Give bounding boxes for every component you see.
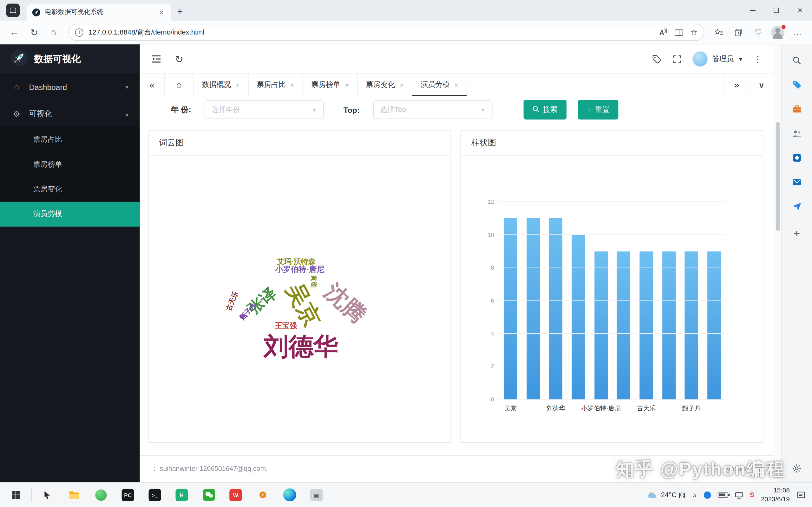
search-button[interactable]: 搜索: [523, 100, 566, 119]
plus-icon[interactable]: +: [789, 226, 804, 241]
wechat-taskbar-icon[interactable]: [195, 482, 222, 507]
tabs-scroll-left-icon[interactable]: «: [140, 74, 165, 96]
browser-tab[interactable]: 电影数据可视化系统 ×: [27, 3, 171, 20]
sidebar-subitem[interactable]: 票房榜单: [0, 152, 140, 177]
m365-icon[interactable]: [789, 150, 804, 165]
tabs-scroll-right-icon[interactable]: »: [724, 74, 749, 96]
pointer-taskbar-icon[interactable]: [34, 482, 61, 507]
page-scrollbar[interactable]: [774, 44, 781, 482]
browser-essentials-icon[interactable]: ♡: [749, 23, 768, 41]
favorites-icon[interactable]: [710, 23, 728, 41]
reset-button[interactable]: + 重置: [577, 100, 618, 119]
new-tab-button[interactable]: +: [171, 6, 190, 21]
edge-taskbar-icon[interactable]: [276, 482, 303, 507]
maximize-button[interactable]: [764, 0, 788, 20]
collections-icon[interactable]: [729, 23, 748, 41]
browser-tab-close-icon[interactable]: ×: [157, 8, 165, 16]
sidebar-item-label: 可视化: [29, 109, 52, 119]
back-button[interactable]: ←: [5, 23, 24, 41]
sidebar-settings-gear-icon[interactable]: [789, 460, 804, 476]
window-close-button[interactable]: ×: [788, 0, 812, 20]
admin-label: 管理员: [712, 54, 734, 63]
shopping-icon[interactable]: [789, 77, 804, 93]
content-tab[interactable]: 票房变化×: [358, 74, 412, 96]
rings-taskbar-icon[interactable]: [249, 482, 276, 507]
sidebar-item-dashboard[interactable]: ⌂ Dashboard ▾: [0, 73, 140, 101]
content-tab-strip: « ⌂ 数据概况×票房占比×票房榜单×票房变化×演员劳模× » ∨: [140, 73, 774, 96]
url-text[interactable]: 127.0.0.1:8848/前台/demo/index.html: [89, 27, 659, 37]
address-bar[interactable]: i 127.0.0.1:8848/前台/demo/index.html A)) …: [68, 24, 705, 41]
tab-close-icon[interactable]: ×: [454, 81, 458, 89]
content-tab[interactable]: 票房榜单×: [303, 74, 357, 96]
wps-taskbar-icon[interactable]: W: [222, 482, 249, 507]
home-tab[interactable]: ⌂: [165, 74, 194, 96]
tab-workspaces-icon[interactable]: [6, 3, 20, 17]
wordcloud-canvas[interactable]: 刘德华吴京沈腾张译小罗伯特·唐尼艾玛·沃特森王宝强古天乐甄子丹黄渤: [149, 131, 451, 442]
tag-icon[interactable]: [652, 54, 662, 64]
explorer-taskbar-icon[interactable]: [61, 482, 88, 507]
read-aloud-icon[interactable]: A)): [659, 28, 667, 37]
content-tab-label: 数据概况: [202, 80, 231, 89]
main-content: ↻ 管理员 ▼ ⋮ «: [140, 44, 774, 482]
weather-widget[interactable]: 24°C 雨: [647, 490, 686, 499]
tools-icon[interactable]: [789, 101, 804, 117]
sidebar-subitem[interactable]: 票房变化: [0, 177, 140, 202]
search-icon[interactable]: [789, 53, 804, 68]
tabs-dropdown-icon[interactable]: ∨: [749, 74, 774, 96]
footer-contact-text: ： suihanwinter 1206501647@qq.com.: [151, 464, 268, 473]
outlook-icon[interactable]: [789, 174, 804, 190]
pycharm-taskbar-icon[interactable]: PC: [114, 482, 142, 507]
admin-menu[interactable]: 管理员 ▼: [693, 51, 743, 67]
terminal-taskbar-icon[interactable]: >_: [142, 482, 168, 507]
browser-home-button[interactable]: ⌂: [44, 23, 63, 41]
sidebar-subitem[interactable]: 演员劳模: [0, 202, 140, 227]
content-tab[interactable]: 演员劳模×: [412, 74, 467, 96]
bluetooth-icon[interactable]: [704, 491, 711, 498]
logo-text: 数据可视化: [34, 53, 81, 65]
sidebar-subitem[interactable]: 票房占比: [0, 127, 140, 152]
scrollbar-thumb[interactable]: [776, 122, 780, 231]
tab-close-icon[interactable]: ×: [236, 81, 240, 89]
page-refresh-icon[interactable]: ↻: [175, 53, 183, 65]
y-axis-tick: 2: [491, 363, 494, 370]
drop-icon[interactable]: [789, 199, 804, 214]
start-taskbar-icon[interactable]: [2, 482, 29, 507]
site-info-icon[interactable]: i: [75, 28, 84, 37]
browser-reload-button[interactable]: ↻: [25, 23, 44, 41]
taskbar-clock[interactable]: 15:08 2023/6/19: [761, 486, 790, 504]
year-select[interactable]: 选择年份 ▼: [205, 101, 324, 119]
chevron-up-icon[interactable]: ∧: [693, 491, 697, 498]
tab-close-icon[interactable]: ×: [290, 81, 294, 89]
sogou-icon[interactable]: S: [750, 491, 754, 498]
taskbar-apps: PC>_HW▣: [2, 482, 330, 507]
hbuilder-taskbar-icon[interactable]: H: [168, 482, 195, 507]
bar-plot[interactable]: 吴京刘德华小罗伯特·唐尼古天乐甄子丹 024681012: [499, 202, 725, 400]
tab-close-icon[interactable]: ×: [400, 81, 403, 89]
favorite-star-icon[interactable]: ☆: [690, 27, 698, 38]
content-tab[interactable]: 数据概况×: [194, 74, 248, 96]
content-tab[interactable]: 票房占比×: [248, 74, 303, 96]
games-icon[interactable]: [789, 126, 804, 141]
minimize-button[interactable]: [741, 0, 764, 20]
browser-menu-icon[interactable]: …: [788, 23, 807, 41]
wordcloud-panel: 词云图 刘德华吴京沈腾张译小罗伯特·唐尼艾玛·沃特森王宝强古天乐甄子丹黄渤: [148, 130, 451, 443]
fullscreen-icon[interactable]: [672, 54, 682, 64]
battery-icon[interactable]: [717, 492, 728, 497]
gridline: [499, 366, 725, 367]
minimize-icon: [750, 10, 755, 11]
y-axis-tick: 8: [491, 265, 494, 271]
action-center-icon[interactable]: [797, 490, 806, 499]
split-screen-icon[interactable]: [675, 29, 683, 36]
profile-avatar[interactable]: [768, 23, 787, 41]
display-icon[interactable]: [734, 491, 743, 499]
top-select[interactable]: 选择Top ▼: [373, 101, 492, 119]
barchart-panel: 柱状图 吴京刘德华小罗伯特·唐尼古天乐甄子丹 024681012: [460, 130, 763, 443]
y-axis-tick: 0: [491, 396, 494, 403]
tab-close-icon[interactable]: ×: [345, 81, 349, 89]
sidebar-collapse-icon[interactable]: [151, 54, 162, 63]
greenball-taskbar-icon[interactable]: [88, 482, 114, 507]
sidebar-item-visualization[interactable]: ⚙ 可视化 ▴: [0, 101, 140, 127]
select-caret-icon: ▼: [312, 107, 317, 112]
misc-taskbar-icon[interactable]: ▣: [303, 482, 330, 507]
kebab-menu-icon[interactable]: ⋮: [754, 54, 763, 64]
